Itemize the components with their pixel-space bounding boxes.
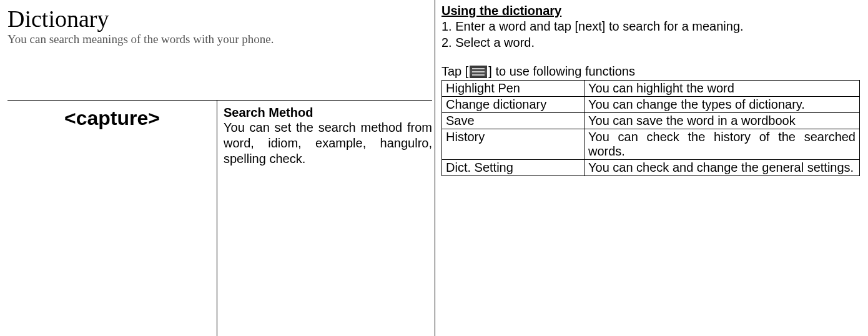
page-title: Dictionary [7, 5, 432, 32]
using-heading: Using the dictionary [441, 4, 866, 18]
tap-prefix: Tap [ [441, 64, 468, 79]
function-desc: You can check the history of the searche… [584, 129, 860, 160]
right-column: Using the dictionary 1. Enter a word and… [435, 0, 866, 336]
title-section: Dictionary You can search meanings of th… [7, 0, 432, 46]
page-subtitle: You can search meanings of the words wit… [7, 32, 432, 46]
table-row: Dict. Setting You can check and change t… [442, 160, 860, 176]
inner-columns: <capture> Search Method You can set the … [7, 100, 432, 336]
spacer [441, 51, 866, 64]
function-name: Save [442, 113, 584, 129]
table-row: History You can check the history of the… [442, 129, 860, 160]
function-desc: You can highlight the word [584, 81, 860, 97]
function-name: Change dictionary [442, 97, 584, 113]
function-desc: You can check and change the general set… [584, 160, 860, 176]
table-row: Highlight Pen You can highlight the word [442, 81, 860, 97]
step-1: 1. Enter a word and tap [next] to search… [441, 18, 866, 34]
step-2: 2. Select a word. [441, 34, 866, 51]
search-method-heading: Search Method [224, 106, 432, 120]
tap-suffix: ] to use following functions [488, 64, 635, 79]
function-desc: You can save the word in a wordbook [584, 113, 860, 129]
capture-placeholder: <capture> [64, 107, 160, 129]
search-method-column: Search Method You can set the search met… [217, 101, 432, 336]
function-desc: You can change the types of dictionary. [584, 97, 860, 113]
tap-instruction: Tap [ ] to use following functions [441, 64, 866, 79]
search-method-description: You can set the search method from word,… [224, 120, 432, 167]
functions-table: Highlight Pen You can highlight the word… [441, 80, 860, 176]
function-name: Highlight Pen [442, 81, 584, 97]
capture-column: <capture> [7, 101, 217, 336]
left-column: Dictionary You can search meanings of th… [7, 0, 432, 336]
function-name: History [442, 129, 584, 160]
table-row: Save You can save the word in a wordbook [442, 113, 860, 129]
menu-icon [470, 66, 487, 78]
table-row: Change dictionary You can change the typ… [442, 97, 860, 113]
menu-icon-wrapper [470, 66, 487, 78]
function-name: Dict. Setting [442, 160, 584, 176]
